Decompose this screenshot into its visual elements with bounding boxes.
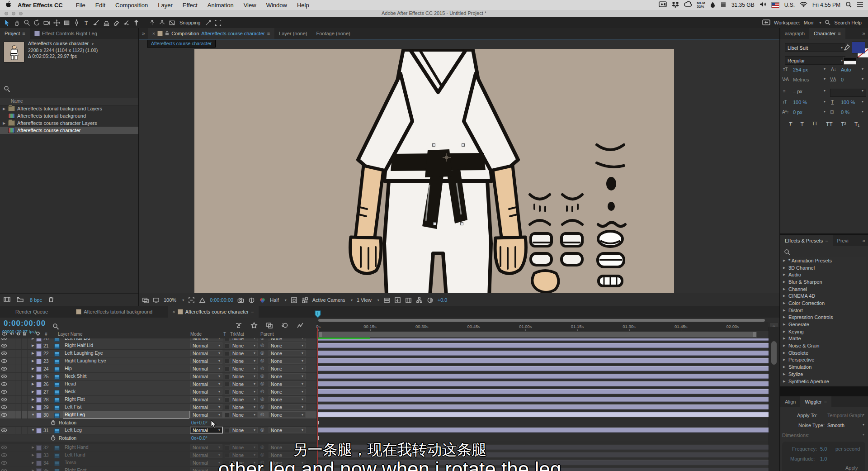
layer-name[interactable]: Left Leg (63, 427, 189, 433)
layer-lock-toggle[interactable] (21, 459, 28, 466)
layer-lock-toggle[interactable] (21, 338, 28, 342)
menu-item[interactable]: Composition (110, 2, 153, 9)
category-expand-arrow[interactable]: ▶ (783, 344, 788, 347)
layer-visibility-toggle[interactable] (0, 342, 8, 349)
font-family-select[interactable]: Libel Suit ▾ (785, 43, 845, 52)
layer-mode-dropdown[interactable]: Normal▾ (190, 366, 222, 371)
magnitude-value[interactable]: 1.0 (820, 456, 827, 461)
layer-parent-dropdown[interactable]: None▾ (269, 350, 306, 356)
workspace-dropdown-icon[interactable]: ▾ (819, 21, 821, 25)
layer-t-checkbox[interactable] (225, 359, 230, 364)
layer-parent-dropdown[interactable]: None▾ (269, 338, 306, 341)
menu-item[interactable]: Help (292, 2, 314, 9)
apply-to-value[interactable]: Temporal Graph (827, 413, 863, 418)
layer-visibility-toggle[interactable] (0, 357, 8, 365)
layer-duration-bar[interactable] (318, 428, 769, 433)
project-columns-header[interactable]: Name (0, 98, 138, 105)
layer-visibility-toggle[interactable] (0, 427, 8, 434)
view-layout-dropdown-icon[interactable]: ▾ (377, 298, 379, 302)
layer-trkmat-dropdown[interactable]: None▾ (230, 444, 258, 450)
wifi-icon[interactable] (800, 2, 807, 9)
snapping-label[interactable]: Snapping (179, 20, 201, 25)
layer-visibility-toggle[interactable] (0, 381, 8, 388)
view-layout-value[interactable]: 1 View (357, 297, 372, 303)
vertical-scale-value[interactable]: 100 % (793, 100, 807, 105)
layer-label-swatch[interactable] (36, 343, 42, 349)
panel-overflow-icon[interactable]: » (859, 235, 868, 246)
layer-audio-toggle[interactable] (8, 411, 15, 419)
layer-lock-toggle[interactable] (21, 373, 28, 380)
layer-solo-toggle[interactable] (15, 350, 22, 357)
layer-lock-toggle[interactable] (21, 365, 28, 372)
panel-overflow-icon[interactable]: » (139, 28, 148, 39)
stopwatch-icon[interactable] (51, 420, 56, 426)
effects-category[interactable]: ▶ Stylize (780, 371, 866, 378)
layer-lock-toggle[interactable] (21, 467, 28, 471)
category-expand-arrow[interactable]: ▶ (783, 315, 788, 319)
motion-blur-icon[interactable] (281, 322, 288, 331)
menu-item[interactable]: Effect (178, 2, 203, 9)
layer-lock-toggle[interactable] (21, 444, 28, 451)
layer-parent-dropdown[interactable]: None▾ (269, 460, 306, 466)
faux-style-button[interactable]: T (789, 121, 792, 128)
project-list-item[interactable]: ▶ Aftereffects tutorial background Layer… (0, 105, 138, 112)
pan-behind-tool[interactable] (52, 18, 61, 27)
layer-mode-dropdown[interactable]: Normal▾ (190, 444, 222, 450)
layer-track[interactable] (316, 350, 769, 357)
tab-effect-controls[interactable]: Effect Controls Right Leg (30, 28, 102, 39)
mode-column-label[interactable]: Mode (190, 332, 202, 337)
exposure-value[interactable]: +0.0 (438, 297, 448, 303)
layer-mode-dropdown[interactable]: Normal▾ (190, 338, 222, 341)
mask-shape-tool[interactable] (61, 18, 71, 27)
layer-track[interactable] (316, 411, 769, 419)
selection-tool[interactable] (2, 18, 12, 27)
font-size-value[interactable]: 254 px (793, 67, 808, 72)
layer-mode-dropdown[interactable]: Normal▾ (190, 404, 222, 410)
parent-pickwhip-icon[interactable]: ◎ (260, 381, 264, 386)
layer-solo-toggle[interactable] (15, 411, 22, 419)
project-item-name[interactable]: Aftereffects tutorial background (17, 113, 86, 119)
layer-t-checkbox[interactable] (225, 445, 230, 450)
layer-parent-dropdown[interactable]: None▾ (269, 404, 306, 410)
layer-duration-bar[interactable] (318, 358, 769, 363)
layer-mode-dropdown[interactable]: Normal▾ (190, 467, 222, 471)
effects-category[interactable]: ▶ Keying (780, 328, 866, 335)
tab-effects-presets[interactable]: Effects & Presets ≡ (780, 235, 833, 246)
rotation-tool[interactable] (32, 18, 42, 27)
faux-style-button[interactable]: TT (812, 121, 817, 128)
layer-solo-toggle[interactable] (15, 427, 22, 434)
layer-t-checkbox[interactable] (225, 453, 230, 458)
layer-duration-bar[interactable] (318, 389, 769, 394)
panel-menu-icon[interactable]: ≡ (825, 238, 828, 243)
layer-expand-arrow[interactable]: ▼ (30, 427, 36, 434)
resolution-dropdown-icon[interactable]: ▾ (285, 298, 287, 302)
layer-t-checkbox[interactable] (225, 382, 230, 387)
faux-style-button[interactable]: T (800, 121, 803, 128)
layer-solo-toggle[interactable] (15, 467, 22, 471)
layer-trkmat-dropdown[interactable]: None▾ (230, 452, 258, 458)
layer-expand-arrow[interactable]: ▶ (30, 381, 36, 388)
layer-name[interactable]: Right Leg (63, 411, 189, 418)
fast-preview-icon[interactable] (291, 297, 297, 304)
interpret-footage-icon[interactable] (4, 296, 10, 303)
delete-item-trash-icon[interactable] (48, 296, 54, 303)
layer-label-swatch[interactable] (36, 338, 42, 342)
parent-pickwhip-icon[interactable]: ◎ (260, 389, 264, 394)
layer-expand-arrow[interactable]: ▶ (30, 444, 36, 451)
layer-expand-arrow[interactable]: ▶ (30, 373, 36, 380)
layer-mode-dropdown[interactable]: Normal▾ (190, 389, 222, 395)
layer-expand-arrow[interactable]: ▶ (30, 338, 36, 342)
property-track[interactable] (316, 419, 769, 426)
tab-close-icon[interactable]: × (152, 31, 155, 36)
timeline-horizontal-scrollbar[interactable] (316, 319, 769, 322)
category-expand-arrow[interactable]: ▶ (783, 372, 788, 376)
folder-expand-arrow[interactable]: ▶ (3, 121, 7, 125)
show-channel-icon[interactable] (259, 297, 266, 304)
layer-trkmat-dropdown[interactable]: None▾ (230, 358, 258, 364)
property-track[interactable] (316, 434, 769, 442)
vertical-scale-dropdown-icon[interactable]: ▾ (824, 100, 826, 104)
layer-expand-arrow[interactable]: ▼ (30, 411, 36, 419)
layer-track[interactable] (316, 338, 769, 342)
layer-audio-toggle[interactable] (8, 365, 15, 372)
project-item-title[interactable]: Aftereffects course character (28, 41, 89, 46)
